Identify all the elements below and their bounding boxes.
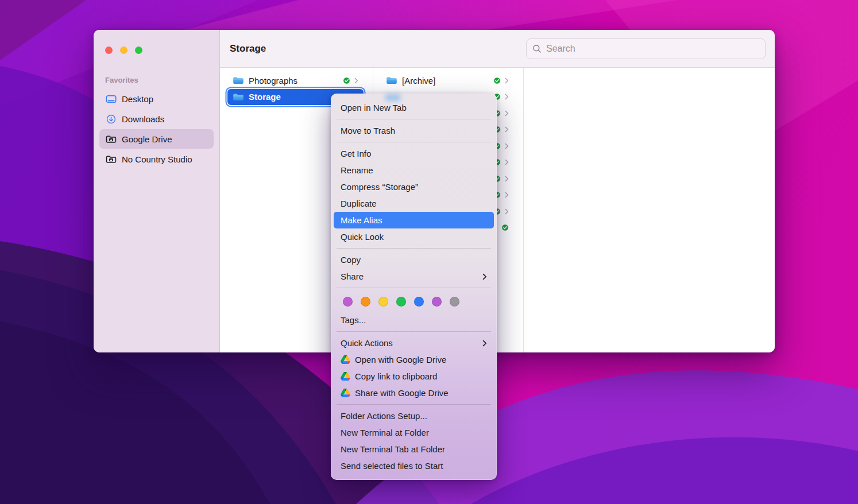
sidebar-item-label: No Country Studio bbox=[122, 154, 192, 164]
window-controls bbox=[99, 30, 214, 54]
google-drive-icon bbox=[341, 355, 350, 364]
file-name: Photographs bbox=[249, 76, 297, 86]
browser-column-3 bbox=[524, 68, 775, 352]
folder-icon bbox=[233, 76, 244, 85]
menu-item-share[interactable]: Share bbox=[334, 268, 494, 285]
search-input[interactable] bbox=[546, 44, 759, 54]
file-row-archive[interactable]: [Archive] bbox=[381, 72, 514, 89]
menu-item-make-alias[interactable]: Make Alias bbox=[334, 212, 494, 228]
folder-icon bbox=[386, 76, 397, 85]
menu-item-quick-look[interactable]: Quick Look bbox=[334, 228, 494, 245]
chevron-right-icon bbox=[505, 126, 509, 133]
menu-item-move-to-trash[interactable]: Move to Trash bbox=[334, 122, 494, 139]
chevron-right-icon bbox=[505, 192, 509, 198]
google-drive-icon bbox=[341, 389, 350, 397]
toolbar: Storage bbox=[220, 30, 775, 68]
tag-green[interactable] bbox=[396, 297, 406, 307]
desktop: Favorites Desktop Downloads Google Drive… bbox=[0, 0, 858, 504]
submenu-chevron-icon bbox=[482, 340, 487, 347]
menu-separator bbox=[337, 119, 491, 119]
drive-folder-icon bbox=[106, 154, 117, 164]
tag-purple[interactable] bbox=[343, 297, 353, 307]
sidebar: Favorites Desktop Downloads Google Drive… bbox=[94, 30, 220, 352]
sidebar-item-google-drive[interactable]: Google Drive bbox=[99, 129, 214, 149]
desktop-icon bbox=[106, 94, 117, 104]
menu-separator bbox=[337, 248, 491, 249]
menu-item-duplicate[interactable]: Duplicate bbox=[334, 195, 494, 212]
tag-gray[interactable] bbox=[450, 297, 459, 307]
chevron-right-icon bbox=[505, 94, 509, 100]
menu-item-rename[interactable]: Rename bbox=[334, 162, 494, 179]
menu-separator bbox=[337, 288, 491, 288]
google-drive-icon bbox=[341, 372, 350, 381]
close-window-button[interactable] bbox=[105, 46, 113, 54]
menu-item-open-with-google-drive[interactable]: Open with Google Drive bbox=[334, 351, 494, 368]
chevron-right-icon bbox=[354, 77, 358, 84]
file-row-photographs[interactable]: Photographs bbox=[227, 72, 364, 89]
tag-color-row bbox=[331, 291, 497, 312]
menu-separator bbox=[337, 331, 491, 332]
zoom-window-button[interactable] bbox=[135, 46, 142, 54]
tag-orange[interactable] bbox=[361, 297, 370, 307]
drive-folder-icon bbox=[106, 134, 117, 144]
sidebar-section-favorites: Favorites bbox=[99, 54, 214, 89]
chevron-right-icon bbox=[505, 159, 509, 165]
sync-complete-badge bbox=[501, 224, 509, 231]
menu-item-compress-storage[interactable]: Compress “Storage” bbox=[334, 179, 494, 195]
window-title: Storage bbox=[230, 43, 266, 55]
file-name: Storage bbox=[249, 92, 281, 102]
chevron-right-icon bbox=[505, 110, 509, 117]
chevron-right-icon bbox=[505, 143, 509, 149]
sidebar-item-downloads[interactable]: Downloads bbox=[99, 109, 214, 129]
tag-violet[interactable] bbox=[432, 297, 442, 307]
search-icon bbox=[532, 44, 542, 53]
menu-item-new-terminal-tab-at-folder[interactable]: New Terminal Tab at Folder bbox=[334, 441, 494, 458]
chevron-right-icon bbox=[505, 208, 509, 215]
downloads-icon bbox=[106, 114, 117, 124]
menu-separator bbox=[337, 404, 491, 405]
sidebar-item-desktop[interactable]: Desktop bbox=[99, 89, 214, 108]
menu-item-new-terminal-at-folder[interactable]: New Terminal at Folder bbox=[334, 424, 494, 441]
file-name: [Archive] bbox=[402, 76, 435, 86]
menu-separator bbox=[337, 142, 491, 142]
menu-item-quick-actions[interactable]: Quick Actions bbox=[334, 335, 494, 351]
sidebar-item-no-country-studio[interactable]: No Country Studio bbox=[99, 149, 214, 169]
tag-blue[interactable] bbox=[414, 297, 424, 307]
menu-item-folder-actions-setup[interactable]: Folder Actions Setup... bbox=[334, 408, 494, 424]
folder-icon bbox=[233, 92, 244, 102]
menu-item-send-selected-files-to-start[interactable]: Send selected files to Start bbox=[334, 458, 494, 474]
sync-complete-badge bbox=[343, 77, 350, 84]
menu-item-copy-link-to-clipboard[interactable]: Copy link to clipboard bbox=[334, 368, 494, 385]
sync-complete-badge bbox=[493, 77, 501, 84]
submenu-chevron-icon bbox=[482, 273, 487, 280]
sidebar-item-label: Downloads bbox=[122, 114, 164, 124]
minimize-window-button[interactable] bbox=[120, 46, 127, 54]
context-menu: Open in New Tab Move to Trash Get Info R… bbox=[331, 94, 497, 480]
menu-item-copy[interactable]: Copy bbox=[334, 251, 494, 268]
chevron-right-icon bbox=[505, 77, 509, 84]
menu-item-open-in-new-tab[interactable]: Open in New Tab bbox=[334, 99, 494, 116]
sidebar-item-label: Desktop bbox=[122, 94, 153, 104]
window-main: Storage Photographs bbox=[220, 30, 775, 352]
sidebar-item-label: Google Drive bbox=[122, 134, 172, 144]
chevron-right-icon bbox=[505, 176, 509, 182]
search-field[interactable] bbox=[526, 38, 766, 59]
column-browser: Photographs Storage [A bbox=[220, 68, 775, 352]
menu-item-share-with-google-drive[interactable]: Share with Google Drive bbox=[334, 385, 494, 401]
menu-item-get-info[interactable]: Get Info bbox=[334, 145, 494, 162]
menu-item-tags[interactable]: Tags... bbox=[334, 312, 494, 328]
tag-yellow[interactable] bbox=[378, 297, 388, 307]
